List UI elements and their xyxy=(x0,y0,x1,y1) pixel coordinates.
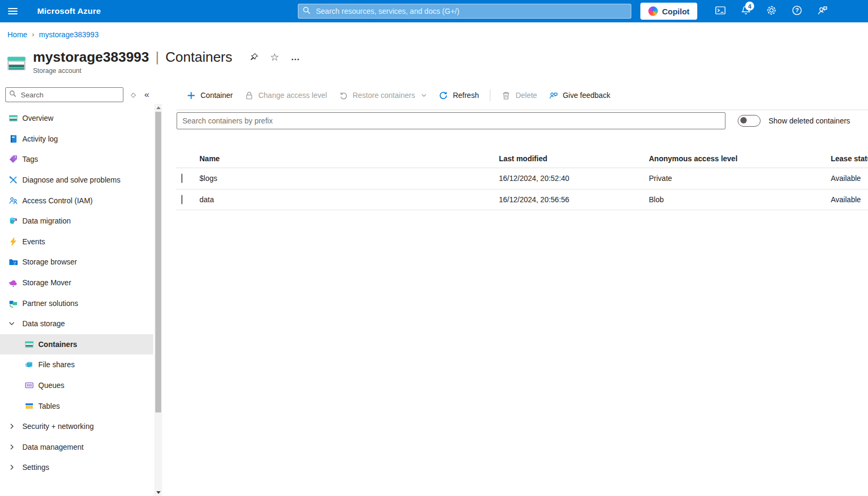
sidebar-item-label: Data storage xyxy=(22,319,65,328)
sidebar-item-data-migration[interactable]: Data migration xyxy=(0,211,153,232)
sidebar-item-activity-log[interactable]: Activity log xyxy=(0,129,153,150)
help-button[interactable]: ? xyxy=(784,0,809,22)
sidebar-item-label: Storage Mover xyxy=(22,278,71,287)
scroll-up-arrow[interactable] xyxy=(154,104,162,111)
azure-portal: Microsoft Azure Copilot 4 xyxy=(0,0,868,496)
sidebar-item-label: Security + networking xyxy=(22,422,94,431)
cell-lease-status: Available xyxy=(831,174,868,183)
copilot-button[interactable]: Copilot xyxy=(640,3,697,20)
sidebar-item-label: Containers xyxy=(38,340,77,349)
hamburger-menu-button[interactable] xyxy=(0,0,26,22)
sidebar-item-tables[interactable]: Tables xyxy=(0,395,153,416)
diagnose-icon xyxy=(9,175,18,185)
feedback-person-icon xyxy=(817,5,828,18)
menu-search-input[interactable] xyxy=(20,90,120,100)
sidebar-item-file-shares[interactable]: File shares xyxy=(0,354,153,375)
show-deleted-toggle-label: Show deleted containers xyxy=(769,117,850,125)
storage-mover-icon xyxy=(9,278,18,287)
plus-icon xyxy=(187,91,196,100)
cell-name[interactable]: data xyxy=(199,195,499,204)
row-checkbox[interactable] xyxy=(181,195,182,204)
containers-blade: ContainerChange access levelRestore cont… xyxy=(176,82,868,496)
sidebar-item-tags[interactable]: Tags xyxy=(0,149,153,170)
tables-icon xyxy=(24,401,34,411)
cloud-shell-button[interactable] xyxy=(707,0,733,22)
events-icon xyxy=(9,237,18,246)
scrollbar-thumb[interactable] xyxy=(155,112,161,412)
table-row-data[interactable]: data16/12/2024, 20:56:56BlobAvailable xyxy=(176,189,868,211)
settings-button[interactable] xyxy=(758,0,784,22)
sidebar-item-partner-solutions[interactable]: Partner solutions xyxy=(0,293,153,313)
column-header-anonymous-access-level[interactable]: Anonymous access level xyxy=(649,154,831,163)
cell-lease-status: Available xyxy=(831,195,868,204)
toolbar-container-button[interactable]: Container xyxy=(181,86,239,104)
sidebar-item-overview[interactable]: Overview xyxy=(0,108,153,129)
breadcrumb-storage-link[interactable]: mystorage383993 xyxy=(39,30,98,39)
sidebar-scrollbar[interactable] xyxy=(154,104,162,496)
sidebar-item-containers[interactable]: Containers xyxy=(0,334,153,355)
sidebar-item-label: File shares xyxy=(38,360,74,369)
toolbar-refresh-button[interactable]: Refresh xyxy=(433,86,485,104)
table-header-row: NameLast modifiedAnonymous access levelL… xyxy=(176,149,868,168)
resource-menu: ◇ « OverviewActivity logTagsDiagnose and… xyxy=(0,82,163,496)
toolbar-button-label: Restore containers xyxy=(353,91,415,100)
sidebar-item-label: Data migration xyxy=(22,217,71,225)
sidebar-item-label: Tags xyxy=(22,155,38,163)
sidebar-item-data-storage[interactable]: Data storage xyxy=(0,313,153,334)
pin-icon[interactable] xyxy=(249,53,258,62)
storage-account-icon xyxy=(6,53,27,73)
toolbar-separator xyxy=(490,89,490,101)
lock-icon xyxy=(245,91,254,100)
sidebar-item-storage-mover[interactable]: Storage Mover xyxy=(0,272,153,293)
column-header-last-modified[interactable]: Last modified xyxy=(499,154,649,163)
sidebar-item-storage-browser[interactable]: Storage browser xyxy=(0,252,153,272)
sidebar-item-diagnose-and-solve-problems[interactable]: Diagnose and solve problems xyxy=(0,170,153,191)
toggle-knob xyxy=(740,117,747,123)
ellipsis-icon[interactable]: … xyxy=(291,52,301,63)
scroll-down-arrow[interactable] xyxy=(154,489,162,496)
notifications-button[interactable]: 4 xyxy=(733,0,758,22)
cell-name[interactable]: $logs xyxy=(199,174,499,183)
toolbar-give-feedback-button[interactable]: Give feedback xyxy=(543,86,616,104)
container-prefix-search-input[interactable] xyxy=(177,112,725,129)
toolbar-button-label: Refresh xyxy=(453,91,479,100)
notification-badge: 4 xyxy=(745,2,754,11)
chevron-down-icon xyxy=(421,92,427,98)
containers-table: NameLast modifiedAnonymous access levelL… xyxy=(176,149,868,210)
command-bar: ContainerChange access levelRestore cont… xyxy=(181,85,616,105)
row-checkbox[interactable] xyxy=(181,173,182,183)
table-row-logs[interactable]: $logs16/12/2024, 20:52:40PrivateAvailabl… xyxy=(176,168,868,189)
breadcrumb-home-link[interactable]: Home xyxy=(7,30,27,39)
command-bar-divider xyxy=(177,110,868,110)
activity-log-icon xyxy=(9,134,18,144)
toolbar-restore-containers-button[interactable]: Restore containers xyxy=(333,86,433,104)
sidebar-item-settings[interactable]: Settings xyxy=(0,457,153,478)
global-search-input[interactable] xyxy=(315,6,627,16)
page-header: mystorage383993|Containers ☆ … Storage a… xyxy=(6,49,301,75)
cell-last-modified: 16/12/2024, 20:56:56 xyxy=(499,195,649,204)
toolbar-delete-button[interactable]: Delete xyxy=(496,86,542,104)
sidebar-item-security-networking[interactable]: Security + networking xyxy=(0,416,153,437)
collapse-menu-icon[interactable]: « xyxy=(144,89,149,100)
global-search[interactable] xyxy=(298,4,631,19)
sidebar-item-data-management[interactable]: Data management xyxy=(0,437,153,458)
sidebar-item-access-control-iam[interactable]: Access Control (IAM) xyxy=(0,190,153,211)
feedback-button[interactable] xyxy=(809,0,835,22)
svg-text:?: ? xyxy=(795,7,799,13)
column-header-lease-status[interactable]: Lease status xyxy=(831,154,868,163)
sidebar-item-events[interactable]: Events xyxy=(0,232,153,252)
menu-search[interactable] xyxy=(5,87,123,102)
sidebar-item-label: Events xyxy=(22,237,45,246)
menu-sort-icon[interactable]: ◇ xyxy=(131,91,136,98)
menu-list: OverviewActivity logTagsDiagnose and sol… xyxy=(0,108,153,478)
show-deleted-toggle[interactable] xyxy=(738,115,761,127)
cell-anonymous-access-level: Blob xyxy=(649,195,831,204)
toolbar-button-label: Container xyxy=(201,91,233,100)
sidebar-item-queues[interactable]: Queues xyxy=(0,375,153,396)
column-header-name[interactable]: Name xyxy=(199,154,499,163)
toolbar-change-access-level-button[interactable]: Change access level xyxy=(239,86,333,104)
sidebar-item-label: Data management xyxy=(22,443,84,451)
file-shares-icon xyxy=(24,360,34,369)
star-icon[interactable]: ☆ xyxy=(270,51,279,63)
sidebar-item-label: Diagnose and solve problems xyxy=(22,176,120,184)
